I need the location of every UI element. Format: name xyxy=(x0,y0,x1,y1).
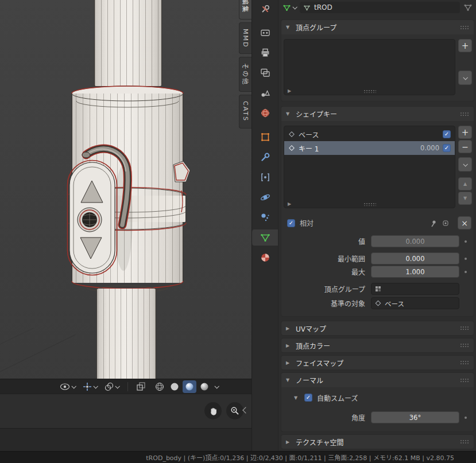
caret-right-icon[interactable]: ▶ xyxy=(288,88,291,94)
rod-upper-cylinder[interactable] xyxy=(94,0,162,90)
tab-world[interactable] xyxy=(252,105,278,121)
range-min-field[interactable]: 0.000 xyxy=(371,252,459,264)
xray-toggle-button[interactable] xyxy=(136,380,146,393)
range-max-field[interactable]: 1.000 xyxy=(371,266,459,278)
auto-smooth-checkbox[interactable] xyxy=(304,394,312,402)
caret-down-icon xyxy=(286,25,292,30)
tab-object[interactable] xyxy=(252,129,278,145)
list-resize-grip[interactable] xyxy=(363,90,376,93)
chevron-down-icon[interactable] xyxy=(214,384,219,388)
sidebar-tab-cats[interactable]: CATS xyxy=(239,95,251,128)
viewport-header xyxy=(0,379,251,394)
data-context-dropdown[interactable] xyxy=(282,3,296,12)
panel-header-face-maps[interactable]: フェイスマップ xyxy=(281,355,474,370)
animate-dot[interactable] xyxy=(465,417,467,419)
tertiary-editor[interactable] xyxy=(0,428,251,451)
tab-view-layer[interactable] xyxy=(252,65,278,81)
panel-header-texture-space[interactable]: テクスチャ空間 xyxy=(281,434,474,449)
chevron-down-icon xyxy=(71,384,76,388)
field-label: 基準の対象 xyxy=(284,298,371,308)
viewport-scene[interactable] xyxy=(0,0,251,379)
shading-solid-button[interactable] xyxy=(168,380,181,393)
panel-drag-grip[interactable] xyxy=(460,439,469,444)
blender-window: 編集 MMD その他 CATS xyxy=(0,0,476,463)
datablock-name-field[interactable]: tROD xyxy=(300,2,460,13)
basis-field[interactable]: ベース xyxy=(371,297,459,309)
angle-slider[interactable]: 36° xyxy=(371,411,459,423)
tab-physics[interactable] xyxy=(252,189,278,205)
tab-output[interactable] xyxy=(252,45,278,61)
shading-rendered-button[interactable] xyxy=(198,380,211,393)
images-icon xyxy=(260,67,271,79)
panel-header-shape-keys[interactable]: シェイプキー xyxy=(281,106,474,121)
secondary-editor[interactable] xyxy=(0,394,251,428)
panel-vertex-groups: 頂点グループ ▶ xyxy=(281,20,474,102)
shape-key-value[interactable]: 0.000 xyxy=(420,144,439,152)
shape-key-value-field[interactable]: 0.000 xyxy=(371,235,459,247)
sidebar-tab-edit[interactable]: 編集 xyxy=(239,0,251,20)
panel-header-vertex-groups[interactable]: 頂点グループ xyxy=(281,20,474,34)
tab-render[interactable] xyxy=(252,25,278,41)
panel-drag-grip[interactable] xyxy=(460,378,469,383)
shape-key-mute-checkbox[interactable] xyxy=(443,144,451,152)
panel-drag-grip[interactable] xyxy=(460,343,469,348)
shading-material-button[interactable] xyxy=(183,380,196,393)
tab-modifiers[interactable] xyxy=(252,149,278,165)
gizmo-icon xyxy=(83,382,92,391)
shape-key-specials-button[interactable] xyxy=(458,157,472,172)
mesh-outline-icon[interactable] xyxy=(463,3,473,12)
vertex-group-specials-button[interactable] xyxy=(458,71,472,85)
zoom-button[interactable] xyxy=(226,402,243,419)
relative-checkbox[interactable] xyxy=(287,219,295,227)
shape-key-row-key1[interactable]: キー 1 0.000 xyxy=(284,141,455,155)
remove-shape-key-button[interactable] xyxy=(458,140,472,153)
tab-object-data[interactable] xyxy=(252,229,278,246)
shape-key-row-basis[interactable]: ベース xyxy=(284,127,455,141)
animate-dot[interactable] xyxy=(465,271,467,273)
tab-particles[interactable] xyxy=(252,209,278,225)
caret-down-icon[interactable] xyxy=(294,395,300,400)
sidebar-tab-misc[interactable]: その他 xyxy=(239,57,251,92)
move-shape-key-up-button[interactable] xyxy=(458,177,472,190)
list-resize-grip[interactable] xyxy=(363,203,376,206)
add-shape-key-button[interactable] xyxy=(458,126,472,139)
animate-dot[interactable] xyxy=(465,258,467,260)
pan-button[interactable] xyxy=(204,402,222,419)
panel-header-vertex-colors[interactable]: 頂点カラー xyxy=(281,338,474,353)
panel-header-normals[interactable]: ノーマル xyxy=(281,372,474,387)
shading-mode-group xyxy=(153,380,218,393)
shape-key-mute-checkbox[interactable] xyxy=(443,130,451,138)
tab-tool[interactable] xyxy=(252,1,278,17)
overlays-dropdown-button[interactable] xyxy=(103,380,120,393)
shape-key-name: ベース xyxy=(299,130,319,139)
vertex-group-field[interactable] xyxy=(371,283,459,295)
rod-lower-cylinder[interactable] xyxy=(96,286,156,379)
world-icon xyxy=(260,107,271,119)
panel-header-uv-maps[interactable]: UVマップ xyxy=(281,321,474,336)
shape-keys-list: ベース キー 1 0.000 ▶ xyxy=(284,126,455,208)
vertex-groups-list[interactable]: ▶ xyxy=(284,39,455,95)
tab-scene[interactable] xyxy=(252,85,278,101)
shading-wireframe-button[interactable] xyxy=(153,380,167,393)
shape-edit-mode-icon[interactable] xyxy=(442,219,450,227)
caret-right-icon[interactable]: ▶ xyxy=(288,201,291,207)
3d-viewport[interactable]: 編集 MMD その他 CATS xyxy=(0,0,251,394)
panel-drag-grip[interactable] xyxy=(460,360,469,365)
auto-smooth-row: 自動スムーズ xyxy=(284,391,473,404)
tab-material[interactable] xyxy=(252,250,278,266)
collapse-left-icon[interactable] xyxy=(242,407,249,413)
clamp-dial[interactable] xyxy=(78,208,102,232)
visibility-dropdown-button[interactable] xyxy=(59,380,76,393)
gizmo-dropdown-button[interactable] xyxy=(82,380,98,393)
animate-dot[interactable] xyxy=(465,240,467,243)
clear-shape-keys-button[interactable] xyxy=(458,216,471,229)
material-icon xyxy=(260,252,271,263)
panel-drag-grip[interactable] xyxy=(460,25,469,30)
panel-drag-grip[interactable] xyxy=(460,112,469,116)
add-vertex-group-button[interactable] xyxy=(458,39,472,52)
move-shape-key-down-button[interactable] xyxy=(458,192,472,205)
tab-constraints[interactable] xyxy=(252,169,278,185)
pin-icon[interactable] xyxy=(429,219,437,227)
sidebar-tab-mmd[interactable]: MMD xyxy=(239,22,251,54)
panel-drag-grip[interactable] xyxy=(460,326,469,330)
